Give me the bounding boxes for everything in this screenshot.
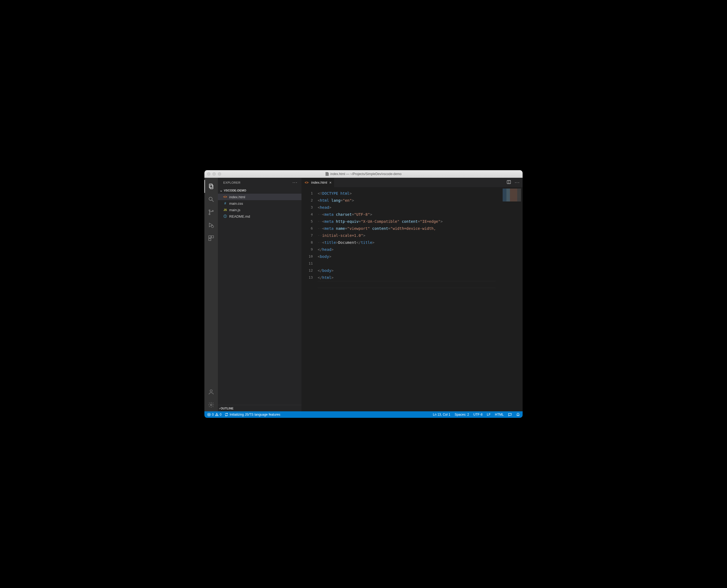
js-file-icon: JS [223,209,228,211]
line-number: 11 [301,260,313,267]
sidebar-header: EXPLORER ··· [218,178,301,187]
status-eol[interactable]: LF [487,413,491,417]
line-number: 13 [301,274,313,281]
status-line-col[interactable]: Ln 13, Col 1 [433,413,450,417]
status-warnings-count: 0 [220,413,222,417]
branch-icon [208,209,214,215]
status-indent[interactable]: Spaces: 2 [455,413,469,417]
main-area: EXPLORER ··· ⌄ VSCODE-DEMO <>index.html#… [205,178,522,411]
status-feedback[interactable] [508,413,512,417]
split-icon [507,180,511,184]
warning-icon [215,413,219,417]
split-editor-button[interactable] [507,180,511,185]
file-tree: <>index.html#main.cssJSmain.jsⓘREADME.md [218,194,301,405]
sync-icon [224,413,229,417]
status-problems[interactable]: 0 0 [207,413,221,417]
feedback-icon [508,413,512,417]
line-number: 3 [301,204,313,211]
activity-run-debug[interactable] [205,219,218,232]
files-icon [208,183,214,190]
md-file-icon: ⓘ [223,214,228,219]
line-number: 2 [301,197,313,204]
line-number: 4 [301,211,313,218]
minimap[interactable] [501,187,522,411]
code-line[interactable]: <body> [318,253,501,260]
svg-rect-9 [209,236,211,238]
chevron-right-icon: › [219,407,220,410]
project-section-header[interactable]: ⌄ VSCODE-DEMO [218,187,301,194]
svg-point-5 [209,214,210,215]
svg-rect-11 [209,238,211,240]
code-line[interactable]: </body> [318,267,501,274]
app-window: index.html — ~/Projects/SimpleDev/vscode… [205,170,522,418]
svg-rect-10 [211,236,214,238]
line-number: 6 [301,225,313,232]
svg-marker-7 [209,223,213,227]
bell-icon [516,413,520,417]
account-icon [208,389,214,395]
status-language[interactable]: HTML [495,413,504,417]
line-number: 12 [301,267,313,274]
status-notifications[interactable] [516,413,520,417]
code-line[interactable]: <!DOCTYPE html> [318,190,501,197]
status-errors-count: 0 [212,413,214,417]
code-line[interactable]: ··<meta charset="UTF-8"> [318,211,501,218]
code-line[interactable]: <html lang="en"> [318,197,501,204]
file-item[interactable]: JSmain.js [218,207,301,213]
code-line[interactable]: ··<meta http-equiv="X-UA-Compatible" con… [318,218,501,225]
code-line[interactable]: <head> [318,204,501,211]
activity-source-control[interactable] [205,206,218,219]
file-item[interactable]: #main.css [218,200,301,207]
activity-extensions[interactable] [205,232,218,245]
traffic-lights [207,172,221,175]
activity-search[interactable] [205,193,218,206]
tab-file-icon: <> [304,181,309,185]
tab-close-button[interactable]: × [329,181,332,185]
sidebar-more-button[interactable]: ··· [293,180,298,185]
activity-account[interactable] [205,385,218,398]
file-item-label: README.md [229,214,250,218]
line-number: 7 [301,232,313,239]
outline-title: OUTLINE [220,407,234,410]
maximize-window-button[interactable] [218,172,221,175]
code-line[interactable]: ··initial-scale=1.0"> [318,232,501,239]
code-line[interactable] [318,260,501,267]
editor-body[interactable]: 12345678910111213 <!DOCTYPE html><html l… [301,187,522,411]
tabbar: <>index.html× ··· [301,178,522,187]
status-sync[interactable]: Initializing JS/TS language features [224,413,280,417]
minimize-window-button[interactable] [213,172,216,175]
close-window-button[interactable] [207,172,210,175]
activity-settings[interactable] [205,398,218,411]
tab-label: index.html [311,181,327,185]
code-line[interactable]: </head> [318,246,501,253]
titlebar: index.html — ~/Projects/SimpleDev/vscode… [205,170,522,178]
tabbar-actions: ··· [504,178,522,187]
file-item[interactable]: ⓘREADME.md [218,213,301,219]
svg-point-4 [209,210,210,211]
code-line[interactable]: ··<title>Document</title> [318,239,501,246]
status-encoding[interactable]: UTF-8 [473,413,483,417]
extensions-icon [208,235,214,241]
statusbar: 0 0 Initializing JS/TS language features… [205,411,522,418]
code-line[interactable]: ··<meta name="viewport" content="width=d… [318,225,501,232]
file-item-label: main.js [229,208,240,212]
code-area[interactable]: <!DOCTYPE html><html lang="en"><head>··<… [317,187,501,411]
sidebar-title: EXPLORER [223,181,240,184]
file-item[interactable]: <>index.html [218,194,301,200]
activity-explorer[interactable] [205,180,218,193]
code-line[interactable] [318,281,501,288]
play-bug-icon [208,222,214,228]
project-name: VSCODE-DEMO [224,189,246,192]
svg-point-8 [211,226,214,228]
line-number: 1 [301,190,313,197]
line-number: 10 [301,253,313,260]
file-item-label: main.css [229,202,243,206]
svg-point-2 [209,197,212,201]
editor-tab[interactable]: <>index.html× [301,178,334,187]
svg-rect-0 [209,184,212,188]
error-icon [207,413,211,417]
window-title-text: index.html — ~/Projects/SimpleDev/vscode… [330,172,402,176]
code-line[interactable]: </html> [318,274,501,281]
editor-more-button[interactable]: ··· [515,180,520,185]
outline-section-header[interactable]: › OUTLINE [218,405,301,411]
